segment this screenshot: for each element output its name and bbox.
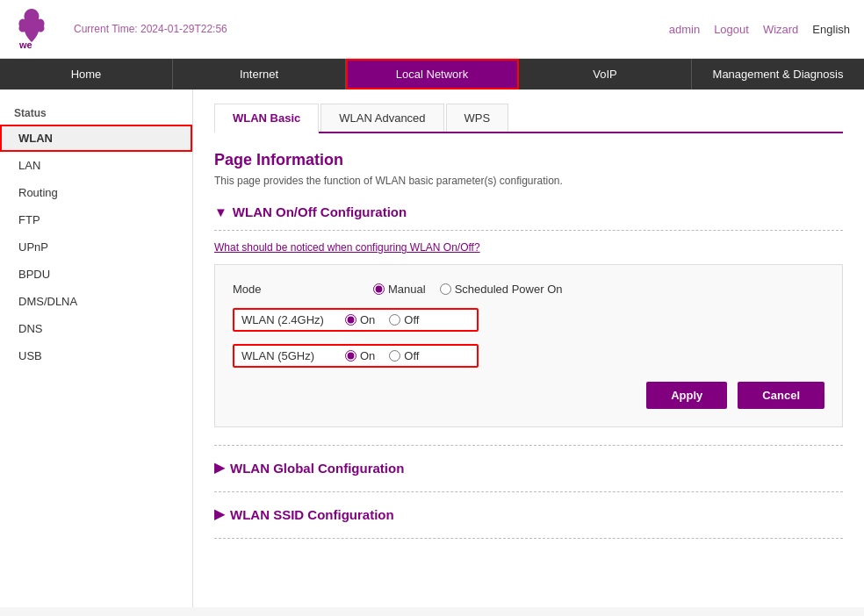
wlan-ssid-section: ▶ WLAN SSID Configuration [214, 506, 843, 527]
wlan-config-link[interactable]: What should be noticed when configuring … [214, 241, 843, 254]
tab-wps[interactable]: WPS [446, 104, 509, 132]
section-divider-bottom [214, 538, 843, 539]
cancel-button[interactable]: Cancel [738, 382, 824, 409]
admin-link[interactable]: admin [669, 23, 700, 36]
wlan-ssid-title: WLAN SSID Configuration [230, 507, 394, 522]
top-bar: we Current Time: 2024-01-29T22:56 admin … [0, 0, 864, 59]
we-logo: we [14, 7, 49, 51]
svg-text:we: we [18, 39, 32, 50]
page-info-desc: This page provides the function of WLAN … [214, 175, 843, 187]
wlan-2g-on-radio[interactable] [345, 314, 356, 326]
wlan-5g-row: WLAN (5GHz) On Off [233, 344, 824, 368]
nav-local-network[interactable]: Local Network [346, 59, 519, 90]
content-area: WLAN Basic WLAN Advanced WPS Page Inform… [193, 90, 864, 607]
current-time: Current Time: 2024-01-29T22:56 [74, 23, 227, 35]
nav-management[interactable]: Management & Diagnosis [692, 59, 864, 90]
section-divider-ssid [214, 491, 843, 492]
mode-manual-radio[interactable] [373, 283, 385, 295]
section-divider-top [214, 230, 843, 231]
wlan-2g-outlined: WLAN (2.4GHz) On Off [233, 308, 479, 332]
mode-scheduled-option[interactable]: Scheduled Power On [440, 283, 563, 296]
mode-scheduled-radio[interactable] [440, 283, 451, 295]
top-links: admin Logout Wizard English [669, 23, 850, 36]
sidebar-section-status: Status [0, 102, 192, 125]
wlan-2g-off-label: Off [404, 313, 419, 326]
sidebar-item-bpdu[interactable]: BPDU [0, 261, 192, 288]
wlan-global-section: ▶ WLAN Global Configuration [214, 460, 843, 481]
page-info-title: Page Information [214, 151, 843, 169]
apply-button[interactable]: Apply [646, 382, 727, 409]
wlan-ssid-header[interactable]: ▶ WLAN SSID Configuration [214, 506, 843, 527]
logo-area: we Current Time: 2024-01-29T22:56 [14, 7, 227, 51]
wlan-global-header[interactable]: ▶ WLAN Global Configuration [214, 460, 843, 481]
wlan-5g-radio-group: On Off [345, 349, 419, 362]
wlan-onoff-title: WLAN On/Off Configuration [233, 204, 407, 219]
nav-voip[interactable]: VoIP [519, 59, 692, 90]
section-divider-global [214, 445, 843, 446]
nav-bar: Home Internet Local Network VoIP Managem… [0, 59, 864, 90]
mode-manual-label: Manual [388, 283, 426, 296]
collapse-arrow-icon[interactable]: ▼ [214, 204, 227, 219]
main-layout: Status WLAN LAN Routing FTP UPnP BPDU DM… [0, 90, 864, 607]
sidebar-item-ftp[interactable]: FTP [0, 206, 192, 233]
sidebar-item-dms-dlna[interactable]: DMS/DLNA [0, 288, 192, 315]
wlan-2g-off-radio[interactable] [389, 314, 400, 326]
wlan-global-title: WLAN Global Configuration [230, 461, 404, 476]
wlan-2g-label: WLAN (2.4GHz) [241, 313, 338, 326]
mode-scheduled-label: Scheduled Power On [455, 283, 563, 296]
expand-arrow-icon-2: ▶ [214, 506, 225, 522]
sidebar: Status WLAN LAN Routing FTP UPnP BPDU DM… [0, 90, 193, 607]
sidebar-item-usb[interactable]: USB [0, 342, 192, 369]
wlan-2g-off-option[interactable]: Off [389, 313, 419, 326]
mode-row: Mode Manual Scheduled Power On [233, 283, 824, 296]
wlan-5g-on-label: On [360, 349, 375, 362]
sidebar-item-lan[interactable]: LAN [0, 152, 192, 179]
nav-home[interactable]: Home [0, 59, 173, 90]
wlan-2g-radio-group: On Off [345, 313, 419, 326]
wlan-config-box: Mode Manual Scheduled Power On WLAN (2.4… [214, 264, 843, 427]
wlan-5g-off-radio[interactable] [389, 350, 400, 362]
sidebar-item-wlan[interactable]: WLAN [0, 125, 192, 152]
wlan-5g-off-option[interactable]: Off [389, 349, 419, 362]
wlan-2g-on-label: On [360, 313, 375, 326]
tab-bar: WLAN Basic WLAN Advanced WPS [214, 104, 843, 133]
wlan-5g-on-radio[interactable] [345, 350, 356, 362]
wlan-5g-outlined: WLAN (5GHz) On Off [233, 344, 479, 368]
language-selector[interactable]: English [812, 23, 850, 36]
mode-label: Mode [233, 283, 347, 296]
logout-link[interactable]: Logout [714, 23, 749, 36]
tab-wlan-advanced[interactable]: WLAN Advanced [320, 104, 443, 132]
wlan-5g-on-option[interactable]: On [345, 349, 375, 362]
wlan-onoff-section-header: ▼ WLAN On/Off Configuration [214, 204, 843, 219]
sidebar-item-dns[interactable]: DNS [0, 315, 192, 342]
mode-radio-group: Manual Scheduled Power On [373, 283, 563, 296]
wlan-5g-off-label: Off [404, 349, 419, 362]
expand-arrow-icon: ▶ [214, 460, 225, 476]
btn-row: Apply Cancel [233, 382, 824, 409]
wlan-5g-label: WLAN (5GHz) [241, 349, 338, 362]
sidebar-item-upnp[interactable]: UPnP [0, 233, 192, 261]
mode-manual-option[interactable]: Manual [373, 283, 426, 296]
nav-internet[interactable]: Internet [173, 59, 346, 90]
wizard-link[interactable]: Wizard [763, 23, 798, 36]
sidebar-item-routing[interactable]: Routing [0, 179, 192, 206]
tab-wlan-basic[interactable]: WLAN Basic [214, 104, 319, 133]
wlan-2g-on-option[interactable]: On [345, 313, 375, 326]
wlan-2g-row: WLAN (2.4GHz) On Off [233, 308, 824, 332]
